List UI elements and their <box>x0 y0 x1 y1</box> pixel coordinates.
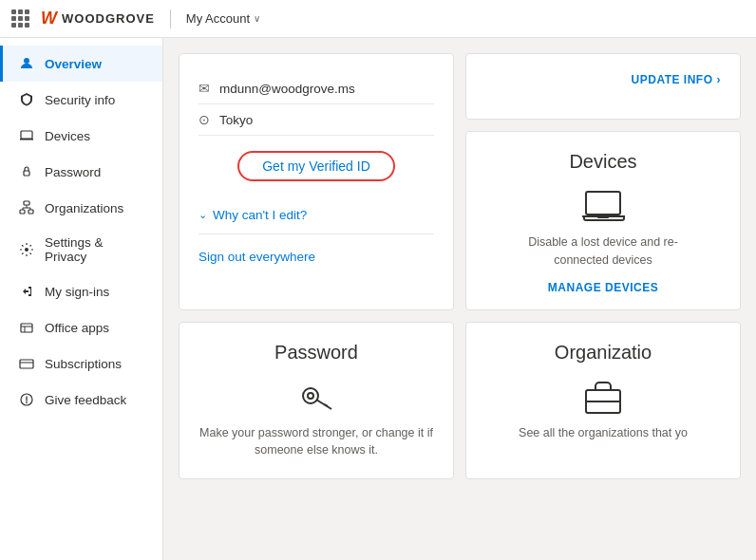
sidebar-item-devices-label: Devices <box>45 129 90 143</box>
chevron-down-small-icon: ⌄ <box>198 209 207 221</box>
laptop-nav-icon <box>18 127 35 144</box>
sidebar: Overview Security info Devices Password <box>0 38 163 560</box>
svg-rect-4 <box>20 210 25 214</box>
arrow-right-icon: › <box>717 73 722 86</box>
main-layout: Overview Security info Devices Password <box>0 38 756 560</box>
topbar: W WOODGROVE My Account ∨ <box>0 0 756 38</box>
sidebar-item-overview[interactable]: Overview <box>0 46 162 82</box>
email-icon: ✉ <box>198 81 210 96</box>
sidebar-item-overview-label: Overview <box>45 57 102 71</box>
sidebar-item-give-feedback-label: Give feedback <box>45 393 126 407</box>
topbar-account-menu[interactable]: My Account ∨ <box>186 11 260 26</box>
topbar-logo: W WOODGROVE <box>41 9 155 28</box>
password-card: Password Make your password stronger, or… <box>179 322 454 480</box>
sidebar-item-office-apps-label: Office apps <box>45 321 109 335</box>
sidebar-item-devices[interactable]: Devices <box>0 118 162 154</box>
devices-title: Devices <box>569 151 636 173</box>
org-title: Organizatio <box>555 342 652 364</box>
org-description: See all the organizations that yo <box>519 424 688 442</box>
svg-point-12 <box>303 388 318 403</box>
password-title: Password <box>274 342 358 364</box>
svg-rect-5 <box>28 210 33 214</box>
signin-nav-icon <box>18 283 35 300</box>
svg-point-6 <box>25 248 28 252</box>
sidebar-item-subscriptions-label: Subscriptions <box>45 357 122 371</box>
update-info-label: UPDATE INFO <box>632 73 713 86</box>
email-value: mdunn@woodgrove.ms <box>219 82 355 96</box>
organizations-card: Organizatio See all the organizations th… <box>465 322 741 480</box>
sidebar-item-security-info[interactable]: Security info <box>0 82 162 118</box>
password-nav-icon <box>18 163 35 180</box>
sidebar-item-password[interactable]: Password <box>0 154 162 190</box>
svg-rect-11 <box>597 216 609 218</box>
verified-id-button[interactable]: Get my Verified ID <box>237 151 395 181</box>
update-info-button[interactable]: UPDATE INFO › <box>632 73 721 86</box>
key-icon <box>293 375 339 424</box>
verified-id-section: Get my Verified ID <box>198 151 434 181</box>
why-edit-label: Why can't I edit? <box>213 208 307 222</box>
sidebar-item-settings-privacy-label: Settings & Privacy <box>45 235 147 264</box>
topbar-divider <box>170 9 171 28</box>
sign-out-everywhere-link[interactable]: Sign out everywhere <box>198 250 434 264</box>
svg-rect-3 <box>24 201 29 205</box>
logo-icon: W <box>41 9 56 28</box>
briefcase-icon <box>580 375 626 424</box>
shield-icon <box>18 91 35 108</box>
content-area: ✉ mdunn@woodgrove.ms ⊙ Tokyo Get my Veri… <box>163 38 756 560</box>
sidebar-item-organizations-label: Organizations <box>45 201 123 215</box>
top-right-section: UPDATE INFO › Devices Disable a lost dev… <box>465 53 741 310</box>
svg-rect-7 <box>21 324 32 332</box>
svg-rect-8 <box>20 360 33 368</box>
chevron-down-icon: ∨ <box>254 13 260 24</box>
svg-point-13 <box>308 393 313 399</box>
sidebar-item-password-label: Password <box>45 165 101 179</box>
org-nav-icon <box>18 199 35 216</box>
location-value: Tokyo <box>219 113 253 127</box>
sidebar-item-my-sign-ins[interactable]: My sign-ins <box>0 273 162 309</box>
sidebar-item-give-feedback[interactable]: Give feedback <box>0 382 162 418</box>
sidebar-item-my-sign-ins-label: My sign-ins <box>45 285 109 299</box>
update-info-card: UPDATE INFO › <box>465 53 741 120</box>
manage-devices-button[interactable]: MANAGE DEVICES <box>548 281 658 294</box>
app-grid-icon[interactable] <box>11 9 29 28</box>
person-icon <box>18 55 35 72</box>
feedback-nav-icon <box>18 391 35 408</box>
location-row: ⊙ Tokyo <box>198 104 434 136</box>
svg-rect-10 <box>586 192 620 215</box>
svg-point-0 <box>24 58 29 64</box>
subscriptions-nav-icon <box>18 355 35 372</box>
office-nav-icon <box>18 319 35 336</box>
sidebar-item-security-info-label: Security info <box>45 93 115 107</box>
contact-info-card: ✉ mdunn@woodgrove.ms ⊙ Tokyo Get my Veri… <box>179 53 454 310</box>
account-label: My Account <box>186 11 250 26</box>
sidebar-item-settings-privacy[interactable]: Settings & Privacy <box>0 226 162 273</box>
clock-icon: ⊙ <box>198 112 210 127</box>
sidebar-item-office-apps[interactable]: Office apps <box>0 309 162 345</box>
why-cant-edit-row[interactable]: ⌄ Why can't I edit? <box>198 196 434 234</box>
email-row: ✉ mdunn@woodgrove.ms <box>198 73 434 104</box>
devices-description: Disable a lost device and re- connected … <box>528 233 678 270</box>
sidebar-item-subscriptions[interactable]: Subscriptions <box>0 345 162 382</box>
devices-card: Devices Disable a lost device and re- co… <box>465 131 741 310</box>
logo-text: WOODGROVE <box>62 11 155 26</box>
password-description: Make your password stronger, or change i… <box>199 424 433 460</box>
svg-rect-2 <box>24 171 29 176</box>
settings-nav-icon <box>18 241 35 258</box>
laptop-icon <box>580 184 626 233</box>
svg-rect-1 <box>21 131 32 139</box>
sidebar-item-organizations[interactable]: Organizations <box>0 190 162 226</box>
